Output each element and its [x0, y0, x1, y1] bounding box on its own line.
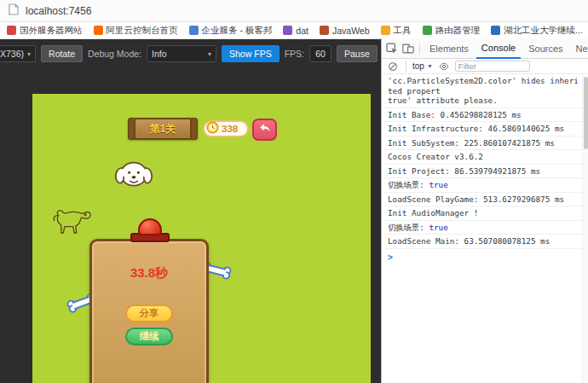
- console-message: 切换场景: true: [382, 178, 588, 193]
- briefcase-favicon: [189, 26, 199, 35]
- screen: localhost:7456 国外服务器网站 阿里云控制台首页 企业服务 - 极…: [0, 0, 588, 383]
- url-text[interactable]: localhost:7456: [26, 5, 91, 17]
- fps-input[interactable]: 60: [309, 45, 331, 62]
- browser-address-bar: localhost:7456: [0, 0, 588, 22]
- caret-down-icon: ▾: [27, 50, 31, 58]
- console-message: LoadScene PlayGame: 513.6279296875 ms: [382, 193, 588, 207]
- console-message: Init Base: 0.456298828125 ms: [382, 108, 588, 123]
- console-message: LoadScene Main: 63.507080078125 ms: [382, 235, 588, 249]
- dog-outline-drawing: [49, 200, 94, 244]
- fps-label: FPS:: [285, 49, 304, 59]
- clock-icon: [206, 121, 219, 137]
- console-message: Init Project: 86.539794921875 ms: [382, 165, 588, 179]
- bookmark-item[interactable]: 湖北工业大学继续...: [491, 25, 583, 37]
- prompt-chevron-icon: >: [388, 252, 393, 262]
- console-filter-input[interactable]: [455, 61, 530, 72]
- show-fps-button[interactable]: Show FPS: [222, 45, 280, 62]
- continue-button[interactable]: 继续: [125, 328, 173, 345]
- pause-button[interactable]: Pause: [337, 45, 378, 62]
- live-expression-eye-icon[interactable]: [437, 60, 451, 73]
- dog-drawing: [111, 152, 157, 198]
- back-arrow-icon: [257, 121, 273, 138]
- school-favicon: [491, 26, 500, 35]
- bookmark-item[interactable]: 阿里云控制台首页: [94, 25, 178, 37]
- aliyun-favicon: [94, 26, 103, 35]
- devtools-panel: ElementsConsoleSourcesNetwork ⋮ top ▼ 'c…: [381, 38, 588, 383]
- bookmark-item[interactable]: dat: [283, 26, 308, 36]
- console-message: 'cc.ParticleSystem2D.color' hides inheri…: [382, 74, 588, 108]
- console-message: Cocos Creator v3.6.2: [382, 150, 588, 165]
- console-message: Init Infrastructure: 46.5869140625 ms: [382, 122, 588, 136]
- device-toolbar-icon[interactable]: [401, 42, 415, 55]
- tab-elements[interactable]: Elements: [424, 38, 474, 59]
- debug-level-select[interactable]: Info ▾: [147, 45, 216, 62]
- devtools-tabbar: ElementsConsoleSourcesNetwork ⋮: [382, 38, 588, 59]
- debug-mode-label: Debug Mode:: [88, 49, 141, 59]
- context-select[interactable]: top ▼: [412, 61, 433, 71]
- inspect-icon[interactable]: [385, 42, 399, 55]
- tab-network[interactable]: Network: [571, 38, 588, 59]
- tab-console[interactable]: Console: [476, 38, 521, 59]
- red-button-decoration: [130, 218, 170, 242]
- tools-favicon: [381, 26, 390, 35]
- console-message: Init SubSystem: 225.860107421875 ms: [382, 136, 588, 151]
- elapsed-time-text: 33.8秒: [92, 265, 206, 281]
- tab-sources[interactable]: Sources: [523, 38, 568, 59]
- share-button[interactable]: 分享: [125, 305, 173, 322]
- level-label: 第1关: [150, 122, 176, 136]
- timer-display: 338: [203, 120, 249, 137]
- rotate-button[interactable]: Rotate: [41, 45, 83, 62]
- bookmark-item[interactable]: 工具: [381, 25, 412, 37]
- game-preview-area: X736) ▾ Rotate Debug Mode: Info ▾ Show F…: [0, 39, 381, 383]
- caret-down-icon: ▼: [427, 63, 433, 69]
- clear-console-icon[interactable]: [386, 60, 400, 73]
- globe-favicon: [7, 26, 16, 35]
- device-select[interactable]: X736) ▾: [0, 45, 36, 62]
- console-message: 切换场景: true: [382, 221, 588, 235]
- devtools-scrollbar[interactable]: [582, 75, 588, 383]
- page-icon: [9, 3, 19, 19]
- bookmark-item[interactable]: JavaWeb: [320, 26, 370, 36]
- page-favicon: [283, 26, 292, 35]
- caret-down-icon: ▾: [208, 50, 211, 58]
- router-favicon: [423, 26, 432, 35]
- game-canvas[interactable]: 第1关 338: [32, 94, 371, 383]
- console-log: 'cc.ParticleSystem2D.color' hides inheri…: [382, 74, 588, 249]
- console-message: Init AudioManager !: [382, 206, 588, 221]
- bookmark-item[interactable]: 企业服务 - 极客邦: [189, 25, 273, 37]
- bookmark-item[interactable]: 路由器管理: [423, 25, 481, 37]
- level-banner: 第1关: [128, 118, 198, 140]
- console-prompt[interactable]: >: [382, 249, 588, 264]
- bookmarks-bar: 国外服务器网站 阿里云控制台首页 企业服务 - 极客邦 dat JavaWeb …: [0, 22, 588, 39]
- coffee-favicon: [320, 26, 329, 35]
- bookmark-item[interactable]: 国外服务器网站: [7, 25, 83, 37]
- result-dialog: 33.8秒 分享 继续: [89, 239, 209, 383]
- preview-toolbar: X736) ▾ Rotate Debug Mode: Info ▾ Show F…: [0, 43, 381, 65]
- timer-value: 338: [222, 124, 238, 134]
- back-button[interactable]: [252, 119, 277, 141]
- console-toolbar: top ▼: [382, 59, 588, 74]
